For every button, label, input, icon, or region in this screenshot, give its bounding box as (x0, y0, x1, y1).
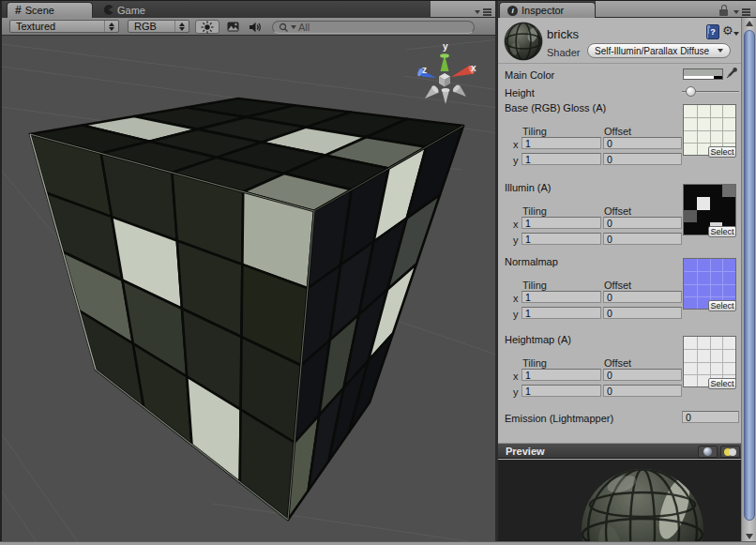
material-name: bricks (547, 27, 579, 41)
scroll-up-arrow[interactable] (746, 21, 753, 26)
search-text: All (298, 22, 310, 33)
offset-header: Offset (604, 126, 631, 137)
preview-area[interactable] (498, 460, 756, 542)
tab-inspector[interactable]: i Inspector (499, 2, 596, 18)
shader-dropdown[interactable]: Self-Illumin/Parallax Diffuse (587, 43, 731, 58)
tiling-x-field[interactable] (522, 369, 601, 381)
texture-section-heightmap: Heightmap (A) Tiling Offset x y Select (498, 334, 741, 401)
panel-splitter[interactable] (495, 1, 498, 545)
scrollbar-thumb[interactable] (744, 30, 755, 521)
preview-shape-button[interactable] (698, 446, 718, 458)
scene-tabstrip: # Scene Game (2, 1, 497, 18)
scene-overlay-button[interactable] (221, 20, 244, 34)
select-texture-button[interactable]: Select (708, 146, 736, 158)
inspector-tab-label: Inspector (522, 5, 564, 16)
divider (498, 63, 741, 64)
tiling-y-field[interactable] (522, 307, 601, 319)
preview-lighting-button[interactable] (720, 446, 740, 458)
scene-tab-icon: # (15, 6, 22, 15)
shader-value: Self-Illumin/Parallax Diffuse (595, 46, 714, 56)
select-texture-button[interactable]: Select (708, 226, 736, 237)
slider-thumb[interactable] (686, 86, 696, 97)
inspector-scrollbar[interactable] (741, 18, 756, 542)
gizmo-z-label: z (422, 65, 427, 75)
offset-header: Offset (604, 205, 631, 217)
gear-icon[interactable]: ⚙ (722, 23, 733, 38)
sphere-icon (703, 447, 712, 456)
tiling-header: Tiling (522, 357, 547, 369)
draw-mode-dropdown[interactable]: Textured (9, 20, 119, 33)
updown-arrows-icon (174, 21, 189, 32)
preview-sphere (498, 460, 741, 542)
gizmo-y-label: y (443, 41, 448, 52)
inspector-lock-icon[interactable] (719, 9, 728, 16)
inspector-tab-icon: i (507, 6, 518, 16)
help-icon[interactable]: ? (706, 24, 719, 39)
inspector-panel-menu[interactable] (733, 8, 750, 16)
gizmo-x-label: x (471, 63, 476, 73)
offset-x-field[interactable] (603, 137, 682, 149)
select-texture-button[interactable]: Select (708, 378, 736, 389)
preview-header[interactable]: Preview (498, 443, 756, 459)
eyedropper-icon[interactable] (726, 67, 738, 79)
material-preview-sphere (504, 22, 543, 61)
updown-arrows-icon (104, 21, 118, 32)
main-color-swatch[interactable] (683, 68, 723, 80)
tiling-x-field[interactable] (522, 137, 601, 149)
texture-section-base: Base (RGB) Gloss (A) Tiling Offset x y S… (498, 102, 741, 170)
scene-audio-toggle[interactable] (244, 20, 266, 34)
offset-y-field[interactable] (603, 307, 682, 319)
y-row-label: y (513, 155, 519, 166)
gizmo-down-cone-cap (442, 88, 450, 92)
offset-header: Offset (604, 280, 631, 291)
y-row-label: y (513, 386, 519, 398)
section-label: Illumin (A) (505, 182, 552, 193)
scene-cube[interactable] (30, 98, 463, 520)
scene-gizmo[interactable]: y x z (416, 41, 476, 104)
tiling-y-field[interactable] (522, 153, 601, 165)
scene-lighting-toggle[interactable] (195, 20, 219, 34)
inspector-tabstrip: i Inspector (498, 1, 756, 18)
tab-scene[interactable]: # Scene (7, 2, 93, 18)
tiling-x-field[interactable] (522, 291, 601, 303)
tiling-header: Tiling (522, 280, 547, 291)
scene-search-field[interactable]: All (272, 21, 475, 34)
tab-game[interactable]: Game (96, 2, 153, 18)
offset-x-field[interactable] (603, 217, 682, 229)
emission-field[interactable] (682, 411, 739, 423)
window-bottom-edge (0, 541, 756, 545)
search-filter-dropdown-icon[interactable] (291, 25, 296, 29)
scene-panel: y x z # Scene Game T (0, 1, 497, 545)
height-slider[interactable] (682, 86, 739, 97)
light-off-icon (729, 448, 736, 456)
section-label: Heightmap (A) (505, 334, 571, 345)
scene-viewport[interactable]: y x z (2, 1, 497, 545)
unity-editor-window: y x z # Scene Game T (0, 0, 756, 545)
sun-icon (201, 21, 214, 34)
color-mode-value: RGB (129, 21, 174, 32)
preview-title: Preview (506, 446, 545, 457)
scroll-down-arrow[interactable] (746, 534, 753, 539)
offset-y-field[interactable] (603, 233, 682, 245)
scene-panel-menu[interactable] (475, 8, 491, 16)
chevron-down-icon (718, 49, 723, 53)
offset-x-field[interactable] (603, 291, 682, 303)
y-row-label: y (513, 235, 519, 246)
tiling-y-field[interactable] (522, 385, 601, 397)
emission-label: Emission (Lightmapper) (505, 413, 613, 424)
image-icon (227, 22, 239, 32)
offset-header: Offset (604, 357, 631, 369)
x-row-label: x (513, 219, 519, 230)
tiling-x-field[interactable] (522, 217, 601, 229)
offset-x-field[interactable] (603, 369, 682, 381)
gizmo-down-cone[interactable] (442, 90, 449, 104)
game-tab-label: Game (117, 5, 145, 16)
x-row-label: x (513, 371, 519, 382)
panel-menu-icon (742, 8, 750, 16)
offset-y-field[interactable] (603, 385, 682, 397)
tiling-header: Tiling (522, 205, 547, 217)
select-texture-button[interactable]: Select (708, 300, 736, 311)
tiling-y-field[interactable] (522, 233, 601, 245)
color-mode-dropdown[interactable]: RGB (128, 20, 189, 33)
offset-y-field[interactable] (603, 153, 682, 165)
